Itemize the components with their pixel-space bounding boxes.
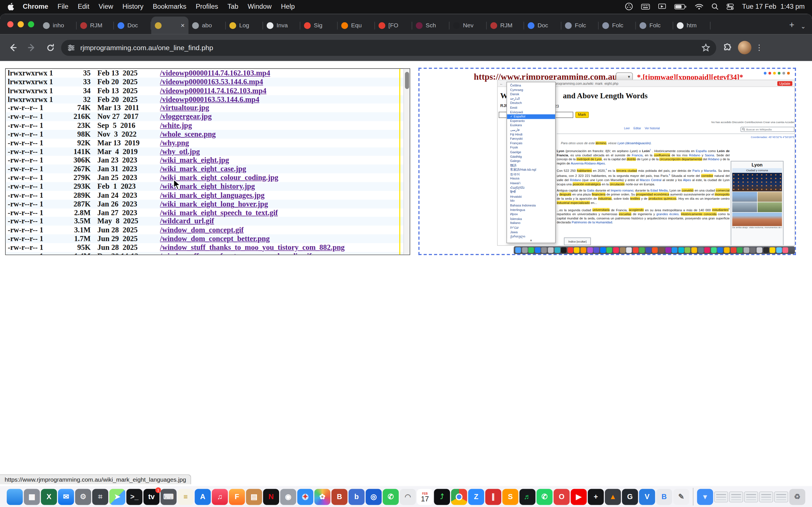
dock-item-keyboard-viewer[interactable]: ⌨: [160, 489, 176, 505]
browser-tab[interactable]: Nev: [449, 17, 487, 34]
wiki-link[interactable]: Ródano: [570, 178, 581, 182]
minimize-window-button[interactable]: [17, 21, 24, 27]
wiki-personal-links[interactable]: No has accedido Discusión Contribuciones…: [711, 121, 794, 124]
dock-item-calendar[interactable]: FEB17: [417, 489, 433, 505]
update-button[interactable]: Update: [777, 81, 792, 86]
dock-item-facetime[interactable]: ✆: [383, 489, 399, 505]
control-center-icon[interactable]: [726, 3, 734, 10]
file-link[interactable]: /window_stuff_thanks_to_moo_you_tistory_…: [160, 243, 345, 251]
language-option[interactable]: Euskara: [507, 123, 555, 128]
dock-item-tv[interactable]: tv1: [144, 489, 160, 505]
file-link[interactable]: /vloggergear.jpg: [160, 112, 212, 121]
browser-tab[interactable]: Sig: [300, 17, 338, 34]
forward-button[interactable]: [24, 40, 39, 55]
dock-item-compass[interactable]: ◎: [366, 489, 382, 505]
file-link[interactable]: /why_otl.jpg: [160, 147, 200, 156]
language-option[interactable]: Ελληνικά: [507, 110, 555, 114]
language-option[interactable]: Čeština: [507, 83, 555, 88]
menu-profiles[interactable]: Profiles: [196, 3, 218, 10]
menu-view[interactable]: View: [99, 3, 113, 10]
tab-close-icon[interactable]: ✕: [181, 22, 185, 28]
dock-item-vlc[interactable]: ▲: [605, 489, 621, 505]
extensions-puzzle-icon[interactable]: [719, 40, 735, 55]
browser-tab[interactable]: Folc: [599, 17, 636, 34]
tab-search-chevron-icon[interactable]: ⌄: [801, 23, 806, 30]
file-link[interactable]: /wiki_mark_eight_history.jpg: [160, 182, 255, 190]
screen-mirroring-icon[interactable]: [658, 3, 666, 10]
language-option[interactable]: हिन्दी: [507, 190, 555, 194]
dock-item-preview[interactable]: ◉: [280, 489, 296, 505]
file-link[interactable]: /wiki_mark_eight_case.jpg: [160, 165, 246, 173]
language-option[interactable]: Cymraeg: [507, 88, 555, 92]
browser-tab[interactable]: Doc: [524, 17, 561, 34]
language-option[interactable]: Dansk: [507, 92, 555, 97]
dock-item-excel[interactable]: X: [41, 489, 57, 505]
browser-tab[interactable]: Sch: [412, 17, 449, 34]
dock-item-github[interactable]: G: [622, 489, 638, 505]
wiki-link[interactable]: Galia: [587, 188, 594, 192]
language-option[interactable]: Esperanto: [507, 119, 555, 123]
menu-bookmarks[interactable]: Bookmarks: [153, 3, 186, 10]
dock-item-apple-tv[interactable]: +: [588, 489, 604, 505]
file-link[interactable]: /window_dom_concept_better.png: [160, 234, 270, 243]
wiki-view-tab[interactable]: Ver historial: [645, 127, 660, 130]
browser-tab[interactable]: RJM: [487, 17, 524, 34]
dock-item-minimized-window-5[interactable]: [774, 491, 788, 502]
dock-item-minimized-window-3[interactable]: [744, 491, 758, 502]
dock-item-notes[interactable]: ≡: [177, 489, 194, 505]
apple-menu-icon[interactable]: [7, 2, 15, 10]
dock-item-bbedit[interactable]: b: [349, 489, 364, 505]
wiki-link[interactable]: París: [693, 169, 700, 172]
file-link[interactable]: /videowp00000114.74.162.103.mp4: [160, 69, 270, 77]
file-link[interactable]: /whole_scene.png: [160, 130, 216, 138]
dock-item-opera[interactable]: O: [553, 489, 569, 505]
browser-tab[interactable]: Inva: [263, 17, 300, 34]
language-option[interactable]: Gàidhlig: [507, 154, 555, 159]
menu-history[interactable]: History: [122, 3, 143, 10]
dock-item-music[interactable]: ♫: [212, 489, 228, 505]
file-link[interactable]: /white.jpg: [160, 121, 192, 129]
wiki-link[interactable]: España: [696, 149, 707, 153]
dock-item-launchpad[interactable]: ▦: [24, 489, 40, 505]
dock-item-minimized-window-1[interactable]: [714, 491, 728, 502]
menu-window[interactable]: Window: [248, 3, 271, 10]
language-option[interactable]: עברית: [507, 226, 555, 230]
language-option[interactable]: 한국어: [507, 172, 555, 177]
reload-button[interactable]: [43, 40, 58, 55]
browser-tab[interactable]: htm: [673, 17, 711, 34]
file-link[interactable]: /virtualtour.jpg: [160, 104, 209, 112]
menu-tab[interactable]: Tab: [227, 3, 239, 10]
menu-help[interactable]: Help: [281, 3, 295, 10]
dock-item-whatsapp[interactable]: ✆: [537, 489, 553, 505]
browser-tab[interactable]: Folc: [636, 17, 673, 34]
dock-item-finder[interactable]: [7, 489, 23, 505]
dock-item-netflix[interactable]: N: [263, 489, 279, 505]
file-link[interactable]: /windows_ffmpeg_front_camera_and_audio.g…: [160, 252, 312, 255]
language-option[interactable]: فارسی: [507, 128, 555, 132]
file-link[interactable]: /window_dom_concept.gif: [160, 226, 244, 234]
dock-item-youtube[interactable]: ▶: [571, 489, 587, 505]
wiki-link[interactable]: Saona: [705, 153, 714, 157]
language-option[interactable]: Ирон: [507, 212, 555, 217]
mark-button[interactable]: Mark: [575, 112, 589, 118]
spotlight-search-icon[interactable]: [712, 3, 718, 10]
wiki-search-box[interactable]: Buscar en Wikipedia: [741, 127, 795, 132]
language-option[interactable]: Frysk: [507, 146, 555, 150]
wiki-link[interactable]: Ródano: [689, 153, 700, 157]
language-option[interactable]: 客家語/Hak-kâ-ngî: [507, 168, 555, 172]
wifi-icon[interactable]: [695, 3, 703, 10]
browser-tab[interactable]: RJM: [77, 17, 114, 34]
file-link[interactable]: /videowp00000163.53.144.6.mp4: [160, 77, 263, 86]
profile-avatar[interactable]: [738, 41, 751, 54]
language-option[interactable]: Հայերեն: [507, 186, 555, 190]
status-app-icon[interactable]: [625, 3, 633, 10]
wiki-coordinates[interactable]: Coordenadas: 45°45′32″N 4°50′28″E: [751, 135, 795, 138]
dock-item-freeform[interactable]: ✎: [673, 489, 689, 505]
language-option[interactable]: Galego: [507, 159, 555, 163]
file-link[interactable]: /videowp0000163.53.144.6.mp4: [160, 95, 259, 103]
dock-item-bear[interactable]: B: [332, 489, 348, 505]
dock-item-photos[interactable]: ✿: [314, 489, 331, 505]
keyboard-icon[interactable]: [641, 3, 650, 10]
url-text[interactable]: rjmprogramming.com.au/one_line_find.php: [80, 44, 213, 52]
wiki-link[interactable]: Ródano: [708, 157, 719, 161]
